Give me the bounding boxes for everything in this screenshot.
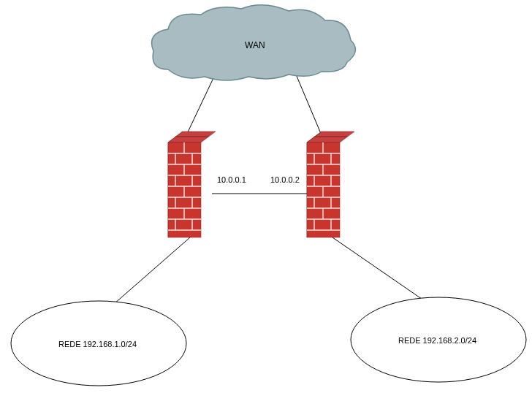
- diagram-svg: [0, 0, 532, 412]
- firewall-1-ip-label: 10.0.0.1: [217, 175, 246, 184]
- firewall-2-ip-label: 10.0.0.2: [270, 175, 300, 184]
- network-diagram: WAN 10.0.0.1 10.0.0.2 REDE 192.168.1.0/2…: [0, 0, 532, 412]
- network-2-label: REDE 192.168.2.0/24: [398, 336, 476, 345]
- wan-label: WAN: [245, 40, 265, 50]
- firewall-1-icon: [168, 131, 216, 237]
- network-1-label: REDE 192.168.1.0/24: [58, 340, 137, 348]
- firewall-2-icon: [307, 131, 354, 237]
